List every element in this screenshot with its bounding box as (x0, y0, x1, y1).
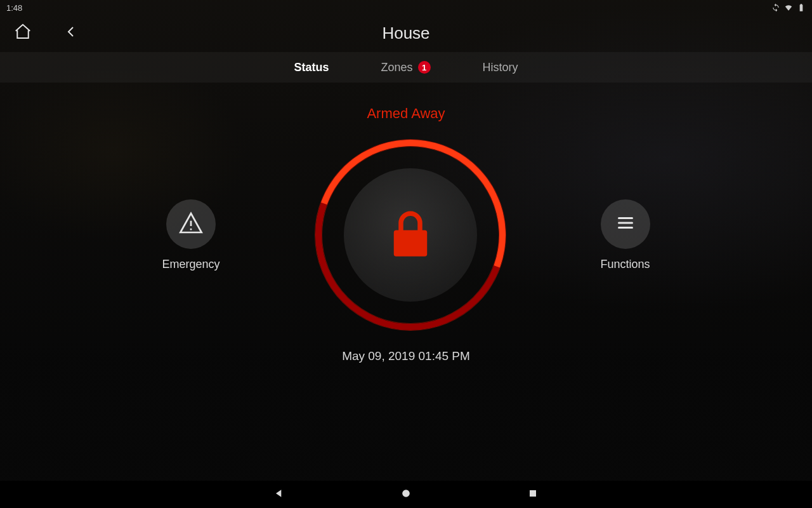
tab-zones[interactable]: Zones 1 (370, 57, 440, 78)
svg-point-1 (190, 228, 192, 230)
tab-label: History (483, 61, 518, 74)
arm-disarm-button[interactable] (315, 140, 506, 330)
square-recent-icon (527, 487, 539, 502)
functions-button[interactable]: Functions (601, 199, 650, 271)
nav-back-button[interactable] (266, 482, 292, 507)
emergency-button[interactable]: Emergency (162, 199, 219, 271)
statusbar-time: 1:48 (6, 3, 22, 13)
warning-icon (178, 210, 204, 238)
menu-icon (614, 211, 637, 237)
status-panel: Armed Away Emergency (0, 83, 812, 480)
triangle-back-icon (273, 487, 285, 502)
circle-home-icon (400, 487, 412, 502)
tab-label: Zones (381, 61, 412, 74)
status-ring (315, 140, 506, 330)
android-statusbar: 1:48 (0, 0, 812, 14)
app-bar: House (0, 14, 812, 52)
home-icon (13, 22, 32, 44)
tab-bar: Status Zones 1 History (0, 52, 812, 83)
android-navbar (0, 480, 812, 508)
svg-rect-6 (530, 490, 536, 497)
armed-status-label: Armed Away (367, 105, 445, 122)
zones-badge: 1 (418, 61, 431, 74)
page-title: House (0, 23, 812, 43)
nav-home-button[interactable] (393, 482, 419, 507)
chevron-left-icon (63, 24, 79, 42)
controls-row: Emergency (0, 140, 812, 330)
tab-status[interactable]: Status (284, 57, 339, 78)
home-button[interactable] (11, 22, 34, 44)
status-timestamp: May 09, 2019 01:45 PM (342, 349, 470, 363)
functions-label: Functions (601, 258, 650, 271)
emergency-label: Emergency (162, 258, 219, 271)
tab-label: Status (294, 61, 329, 74)
tab-history[interactable]: History (473, 57, 528, 78)
nav-recent-button[interactable] (520, 482, 546, 507)
sync-icon (771, 3, 780, 12)
back-button[interactable] (60, 22, 82, 44)
battery-icon (797, 3, 806, 12)
wifi-icon (784, 3, 793, 12)
svg-point-5 (402, 490, 410, 497)
